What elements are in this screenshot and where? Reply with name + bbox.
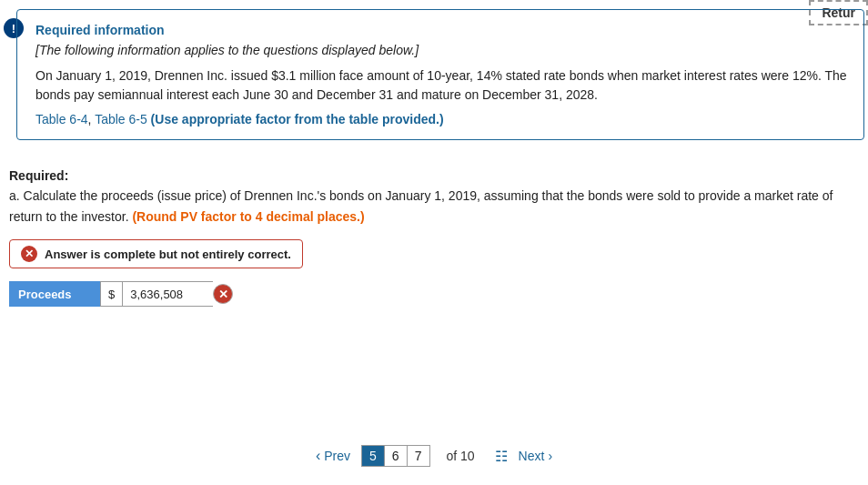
answer-feedback-box: ✕ Answer is complete but not entirely co… [9, 239, 303, 268]
part-a-text: a. Calculate the proceeds (issue price) … [9, 186, 859, 227]
main-content: Required: a. Calculate the proceeds (iss… [0, 157, 868, 307]
total-pages: 10 [460, 449, 475, 463]
pagination: ‹ Prev 5 6 7 of 10 ☷ Next › [316, 445, 552, 467]
page-7[interactable]: 7 [408, 446, 429, 466]
proceeds-dollar-sign: $ [100, 281, 122, 307]
info-box: Required information [The following info… [16, 9, 864, 140]
next-label: Next [519, 449, 545, 463]
page-6[interactable]: 6 [385, 446, 408, 466]
info-body-text: On January 1, 2019, Drennen Inc. issued … [35, 66, 849, 105]
next-button[interactable]: Next › [519, 449, 552, 463]
required-section: Required: a. Calculate the proceeds (iss… [9, 166, 859, 227]
table-note: (Use appropriate factor from the table p… [151, 112, 444, 126]
proceeds-error-icon[interactable]: ✕ [213, 284, 233, 304]
feedback-text: Answer is complete but not entirely corr… [45, 248, 291, 261]
proceeds-row: Proceeds $ 3,636,508 ✕ [9, 281, 859, 307]
next-arrow-icon: › [548, 449, 552, 463]
prev-arrow-icon: ‹ [316, 448, 320, 464]
required-label: Required: [9, 166, 859, 186]
required-keyword: Required: [9, 168, 68, 183]
info-links: Table 6-4, Table 6-5 (Use appropriate fa… [35, 112, 849, 126]
page-input-group: 5 6 7 [361, 445, 429, 467]
table-6-4-link[interactable]: Table 6-4 [35, 112, 88, 126]
round-pv-note: (Round PV factor to 4 decimal places.) [132, 209, 364, 224]
part-a-marker: a. [9, 188, 20, 203]
info-box-wrapper: ! Required information [The following in… [16, 9, 864, 140]
prev-button[interactable]: ‹ Prev [316, 448, 350, 464]
proceeds-input-field[interactable]: 3,636,508 [122, 281, 213, 307]
table-6-5-link[interactable]: Table 6-5 [95, 112, 147, 126]
of-text: of [446, 449, 457, 463]
required-info-title: Required information [35, 23, 849, 37]
info-italic-text: [The following information applies to th… [35, 43, 849, 57]
prev-label: Prev [324, 449, 350, 463]
page-5[interactable]: 5 [362, 446, 385, 466]
proceeds-label: Proceeds [9, 281, 100, 307]
page-of-label: of 10 [446, 449, 474, 463]
error-icon: ✕ [21, 246, 37, 262]
grid-icon[interactable]: ☷ [495, 448, 508, 465]
